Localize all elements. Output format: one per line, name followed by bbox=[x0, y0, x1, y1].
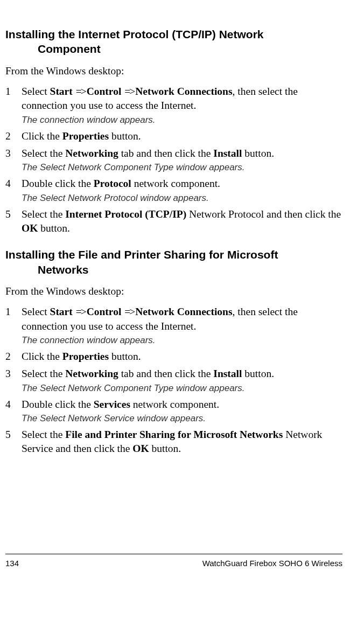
step-note: The Select Network Component Type window… bbox=[22, 382, 342, 394]
step-note: The Select Network Component Type window… bbox=[22, 162, 342, 173]
page-number: 134 bbox=[5, 559, 19, 568]
heading-line: Component bbox=[5, 41, 342, 56]
step-note: The Select Network Service window appear… bbox=[22, 413, 342, 424]
step-number: 5 bbox=[5, 428, 22, 456]
list-item: 3Select the Networking tab and then clic… bbox=[5, 147, 342, 173]
doc-title: WatchGuard Firebox SOHO 6 Wireless bbox=[202, 559, 342, 568]
step-number: 5 bbox=[5, 207, 22, 236]
page-footer: 134 WatchGuard Firebox SOHO 6 Wireless bbox=[5, 554, 342, 568]
step-number: 4 bbox=[5, 398, 22, 424]
step-note: The connection window appears. bbox=[22, 114, 342, 126]
step-note: The connection window appears. bbox=[22, 335, 342, 346]
steps-list: 1Select Start =>Control =>Network Connec… bbox=[5, 305, 342, 456]
step-note: The Select Network Protocol window appea… bbox=[22, 192, 342, 204]
list-item: 3Select the Networking tab and then clic… bbox=[5, 367, 342, 394]
step-number: 1 bbox=[5, 305, 22, 346]
section-heading: Installing the File and Printer Sharing … bbox=[5, 247, 342, 277]
list-item: 1Select Start =>Control =>Network Connec… bbox=[5, 85, 342, 126]
step-number: 2 bbox=[5, 129, 22, 143]
step-body: Select the Internet Protocol (TCP/IP) Ne… bbox=[22, 207, 342, 236]
heading-line: Installing the File and Printer Sharing … bbox=[5, 247, 342, 262]
arrow-icon: => bbox=[75, 305, 87, 319]
step-number: 3 bbox=[5, 367, 22, 394]
section-heading: Installing the Internet Protocol (TCP/IP… bbox=[5, 27, 342, 57]
step-body: Select Start =>Control =>Network Connect… bbox=[22, 85, 342, 126]
list-item: 2Click the Properties button. bbox=[5, 129, 342, 143]
step-body: Select the Networking tab and then click… bbox=[22, 367, 342, 394]
list-item: 4Double click the Services network compo… bbox=[5, 398, 342, 424]
step-body: Select the File and Printer Sharing for … bbox=[22, 428, 342, 456]
step-body: Select the Networking tab and then click… bbox=[22, 147, 342, 173]
step-number: 4 bbox=[5, 177, 22, 204]
step-number: 1 bbox=[5, 85, 22, 126]
step-body: Click the Properties button. bbox=[22, 129, 342, 143]
steps-list: 1Select Start =>Control =>Network Connec… bbox=[5, 85, 342, 235]
heading-line: Installing the Internet Protocol (TCP/IP… bbox=[5, 27, 342, 41]
step-body: Double click the Services network compon… bbox=[22, 398, 342, 424]
heading-line: Networks bbox=[5, 262, 342, 277]
list-item: 2Click the Properties button. bbox=[5, 350, 342, 364]
list-item: 4Double click the Protocol network compo… bbox=[5, 177, 342, 204]
list-item: 5Select the Internet Protocol (TCP/IP) N… bbox=[5, 207, 342, 236]
arrow-icon: => bbox=[75, 85, 87, 99]
step-number: 3 bbox=[5, 147, 22, 173]
step-body: Click the Properties button. bbox=[22, 350, 342, 364]
list-item: 1Select Start =>Control =>Network Connec… bbox=[5, 305, 342, 346]
document-page: Installing the Internet Protocol (TCP/IP… bbox=[0, 0, 364, 627]
intro-text: From the Windows desktop: bbox=[5, 64, 342, 78]
list-item: 5Select the File and Printer Sharing for… bbox=[5, 428, 342, 456]
arrow-icon: => bbox=[124, 305, 135, 319]
arrow-icon: => bbox=[124, 85, 135, 99]
intro-text: From the Windows desktop: bbox=[5, 284, 342, 298]
step-body: Double click the Protocol network compon… bbox=[22, 177, 342, 204]
step-number: 2 bbox=[5, 350, 22, 364]
step-body: Select Start =>Control =>Network Connect… bbox=[22, 305, 342, 346]
